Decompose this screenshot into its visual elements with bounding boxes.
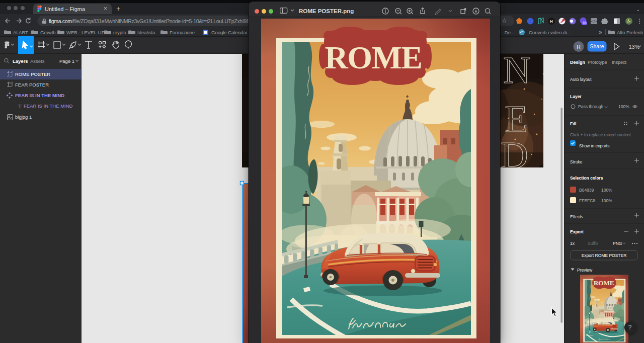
svg-text:bigjpg 1: bigjpg 1 [15,114,32,120]
svg-text:1x: 1x [570,241,575,246]
svg-text:FEAR IS IN THE MIND: FEAR IS IN THE MIND [15,93,64,98]
svg-text:13%: 13% [629,44,639,50]
svg-text:18: 18 [583,21,587,25]
svg-text:100%: 100% [618,104,629,109]
svg-text:Show in exports: Show in exports [579,143,609,148]
svg-text:Export ROME POSTER: Export ROME POSTER [582,253,627,258]
svg-text:- De...: - De... [502,30,515,35]
svg-text:ROME POSTER: ROME POSTER [15,71,50,77]
svg-text:Preview: Preview [577,268,593,273]
svg-text:Converti i video di...: Converti i video di... [529,30,571,35]
svg-text:PNG: PNG [613,241,622,246]
svg-text:Page 1: Page 1 [59,58,74,64]
svg-text:Inspect: Inspect [612,60,627,65]
svg-text:H: H [550,19,553,24]
svg-text:Layer: Layer [570,94,582,99]
svg-text:Google Calendar -...: Google Calendar -... [211,30,255,35]
svg-text:N: N [503,54,531,91]
svg-text:Layers: Layers [13,58,28,64]
svg-text:Click + to replace mixed conte: Click + to replace mixed content. [570,132,632,137]
svg-text:Design: Design [570,60,585,65]
svg-text:Fill: Fill [570,121,576,126]
svg-text:Export: Export [570,229,584,234]
svg-text:WEB - LEVEL-UP: WEB - LEVEL-UP [66,30,105,35]
svg-text:B64839: B64839 [579,188,594,193]
svg-text:</>: </> [591,19,597,24]
svg-text:Growth: Growth [40,30,56,35]
svg-text:AI ART: AI ART [13,30,28,35]
svg-text:D: D [501,134,528,176]
svg-text:Prototype: Prototype [588,60,607,65]
svg-text:Suffix: Suffix [588,241,599,246]
svg-text:Pass through: Pass through [578,104,603,109]
svg-text:Altri Preferiti: Altri Preferiti [617,30,643,35]
svg-text:Assets: Assets [30,58,45,64]
svg-text:Effects: Effects [570,214,583,219]
svg-text:Stroke: Stroke [570,159,583,164]
svg-text:FEAR POSTER: FEAR POSTER [15,82,49,88]
svg-text:crypto: crypto [113,30,126,35]
svg-text:T: T [18,103,22,109]
svg-text:R: R [577,44,581,50]
svg-text:Auto layout: Auto layout [570,77,592,82]
svg-text:»: » [599,29,602,36]
svg-text:Share: Share [590,43,604,49]
svg-text:100%: 100% [601,198,612,203]
svg-text:FEAR IS IN THE MIND: FEAR IS IN THE MIND [24,103,73,109]
svg-text:Formazione: Formazione [170,30,195,35]
svg-text:Selection colors: Selection colors [570,176,603,181]
svg-text:FFEFC8: FFEFC8 [579,198,595,203]
svg-text:Idealista: Idealista [137,30,155,35]
svg-text:100%: 100% [601,188,612,193]
